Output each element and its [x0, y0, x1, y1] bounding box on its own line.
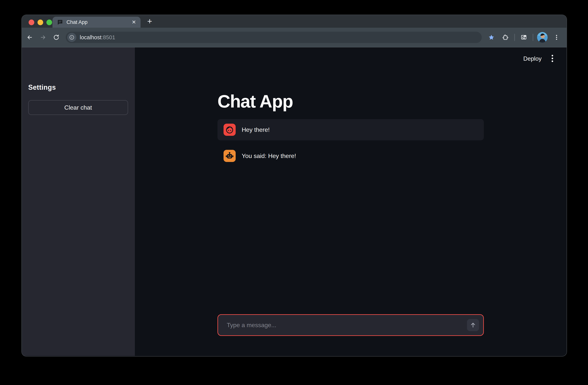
back-button[interactable]: [24, 32, 35, 43]
minimize-window-button[interactable]: [38, 20, 43, 25]
url-text: localhost:8501: [80, 34, 115, 41]
tab-title: Chat App: [66, 19, 129, 25]
tab-strip: Chat App ✕ +: [22, 15, 567, 28]
toolbar-divider: [514, 34, 515, 41]
app-header: Deploy: [524, 47, 567, 70]
browser-tab[interactable]: Chat App ✕: [52, 17, 141, 28]
site-info-icon[interactable]: [67, 33, 76, 42]
extensions-icon[interactable]: [500, 32, 510, 43]
reload-icon: [53, 34, 60, 41]
content-column: Chat App Hey there! You said: Hey there!: [217, 47, 484, 166]
chat-message-assistant: You said: Hey there!: [217, 145, 484, 166]
arrow-left-icon: [26, 34, 33, 41]
forward-button[interactable]: [38, 32, 48, 43]
arrow-up-icon: [469, 321, 477, 329]
page-title: Chat App: [217, 92, 484, 110]
browser-toolbar: localhost:8501: [22, 28, 567, 47]
zoom-window-button[interactable]: [46, 20, 52, 25]
message-text: You said: Hey there!: [242, 153, 296, 159]
close-window-button[interactable]: [29, 20, 34, 25]
bookmark-star-icon[interactable]: [486, 32, 497, 43]
chat-messages: Hey there! You said: Hey there!: [217, 119, 484, 166]
tab-close-icon[interactable]: ✕: [132, 20, 136, 25]
deploy-button[interactable]: Deploy: [524, 55, 542, 62]
sidebar-title: Settings: [28, 83, 128, 91]
chat-message-user: Hey there!: [217, 119, 484, 140]
page-content: Settings Clear chat Deploy Chat App Hey …: [22, 47, 567, 356]
face-icon: [224, 124, 236, 136]
chat-input-container: [217, 314, 484, 336]
toolbar-divider: [533, 34, 533, 41]
app-sidebar: Settings Clear chat: [22, 47, 135, 356]
arrow-right-icon: [40, 34, 46, 41]
clear-chat-button[interactable]: Clear chat: [28, 100, 128, 115]
robot-icon: [224, 150, 236, 162]
send-button[interactable]: [467, 319, 479, 331]
profile-avatar[interactable]: [537, 32, 548, 43]
new-tab-button[interactable]: +: [145, 16, 155, 26]
browser-window: Chat App ✕ + localhost:8501: [22, 15, 567, 356]
reload-button[interactable]: [51, 32, 62, 43]
app-menu-kebab-icon[interactable]: [549, 54, 556, 64]
side-panel-search-icon[interactable]: [519, 32, 529, 43]
traffic-lights: [29, 20, 52, 25]
toolbar-actions: [486, 32, 564, 43]
address-bar[interactable]: localhost:8501: [66, 32, 482, 43]
message-text: Hey there!: [242, 126, 270, 133]
chat-bubble-favicon-icon: [57, 19, 63, 25]
chat-input[interactable]: [218, 315, 467, 335]
app-main: Deploy Chat App Hey there!: [135, 47, 567, 356]
chrome-menu-kebab-icon[interactable]: [551, 32, 562, 43]
